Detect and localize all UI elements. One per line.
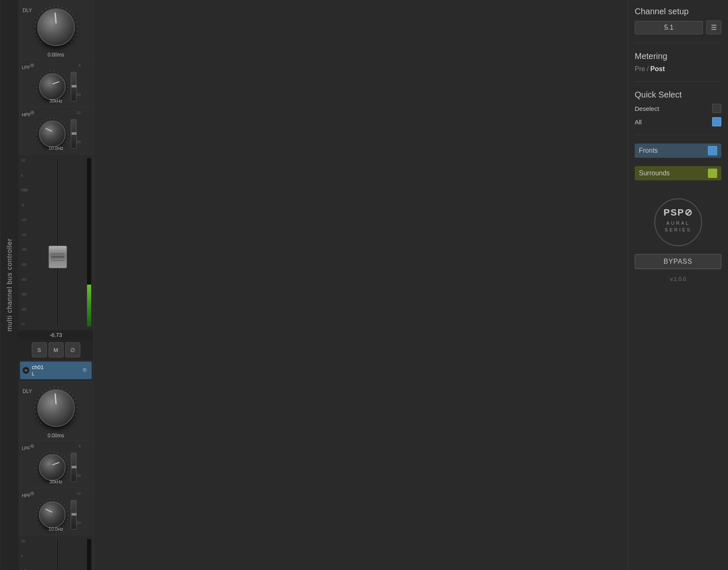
svg-line-57: [64, 123, 64, 124]
pre-post-row: Pre / Post: [635, 65, 721, 73]
svg-line-0: [41, 41, 42, 43]
mute-btn-ch01[interactable]: M: [49, 342, 64, 357]
svg-line-125: [67, 519, 68, 519]
pre-label[interactable]: Pre: [635, 65, 645, 73]
hpf-value-ch01: 10.0Hz: [18, 146, 93, 151]
fader-area-ch01: 1050dB-5-10-15-20-30-40-50-60-∞: [18, 154, 93, 330]
fader-scale-ch01: 1050dB-5-10-15-20-30-40-50-60-∞: [20, 158, 28, 327]
all-checkbox[interactable]: [712, 117, 721, 126]
lpf-slope-handle-ch02: [72, 466, 77, 468]
dly-label-ch01: DLY: [23, 8, 32, 13]
svg-line-89: [38, 475, 39, 476]
fader-area-ch02: 1050dB-5-10-15-20-30-40-50-60-∞: [18, 535, 93, 570]
svg-line-90: [36, 472, 38, 472]
link-icon-ch01: [24, 368, 28, 372]
hpf-slope-handle-ch02: [72, 513, 77, 516]
svg-line-6: [36, 18, 38, 19]
surrounds-checkbox[interactable]: [708, 169, 717, 178]
quick-select-section: Quick Select Deselect All: [635, 90, 721, 126]
svg-line-10: [49, 6, 50, 8]
fader-value-ch01: -6.73: [18, 330, 93, 340]
fader-line-3-ch01: [51, 259, 64, 259]
svg-line-67: [34, 411, 36, 412]
lpf-slope-slider-ch01[interactable]: [71, 72, 77, 101]
svg-line-80: [72, 395, 73, 396]
lpf-knob-ch01[interactable]: [39, 73, 66, 100]
channel-setup-value: 5.1: [635, 21, 703, 34]
hpf-db-label-ch01: 12: [77, 110, 81, 115]
deselect-row: Deselect: [635, 104, 721, 113]
lpf-slope-handle-ch01: [72, 85, 77, 87]
svg-line-109: [38, 522, 39, 523]
fader-rail-ch01[interactable]: [56, 158, 59, 327]
hpf-db-label2-ch01: 24: [77, 140, 81, 144]
lpf-label-ch02: LPF: [22, 446, 30, 451]
hpf-slope-slider-ch02[interactable]: [71, 500, 77, 529]
psp-logo: PSP⊘ AURAL SERIES BYPASS v.1.0.0: [635, 197, 721, 282]
app-subtitle: multi channel bus controller: [0, 0, 18, 570]
svg-line-51: [43, 121, 44, 121]
svg-line-22: [73, 38, 74, 39]
main-container: multi channel bus controller DLY 0.00ms …: [0, 0, 728, 570]
lpf-db-label2-ch01: 18: [77, 92, 81, 97]
svg-line-32: [46, 72, 46, 73]
dly-knob-ch01[interactable]: [37, 8, 75, 46]
lpf-knob-ch02[interactable]: [39, 454, 66, 481]
svg-line-114: [40, 504, 41, 505]
hpf-db-label2-ch02: 24: [77, 521, 81, 525]
channel-setup-menu-btn[interactable]: ☰: [706, 21, 721, 34]
lpf-db-label-ch02: 6: [79, 444, 81, 448]
svg-line-49: [37, 127, 38, 127]
svg-text:AURAL: AURAL: [666, 221, 690, 226]
svg-line-35: [58, 72, 58, 73]
post-label[interactable]: Post: [650, 65, 665, 73]
fronts-row[interactable]: Fronts: [635, 144, 721, 158]
hpf-knob-ch02[interactable]: [39, 501, 66, 528]
deselect-checkbox[interactable]: [712, 104, 721, 113]
svg-line-28: [36, 83, 37, 84]
svg-line-110: [36, 519, 38, 519]
hpf-label-ch02: HPF: [22, 493, 31, 498]
hpf-knob-ch01[interactable]: [39, 121, 66, 147]
phase-btn-ch01[interactable]: ∅: [65, 342, 80, 357]
svg-line-26: [36, 91, 38, 91]
channel-setup-title: Channel setup: [635, 7, 721, 16]
fader-col-ch02: [29, 539, 86, 570]
hpf-slope-slider-ch01[interactable]: [71, 119, 77, 149]
svg-line-69: [35, 403, 36, 403]
fronts-checkbox[interactable]: [708, 146, 717, 155]
divider-3: [635, 135, 721, 135]
fader-line-center-ch01: [51, 257, 64, 257]
svg-line-73: [45, 389, 46, 390]
dly-knob-ch02[interactable]: [37, 389, 75, 427]
all-label: All: [635, 118, 642, 126]
fader-thumb-ch01[interactable]: [49, 246, 67, 268]
dly-label-ch02: DLY: [23, 388, 32, 394]
svg-line-82: [75, 403, 77, 403]
fader-rail-ch02[interactable]: [56, 539, 59, 570]
svg-line-15: [69, 11, 70, 12]
lpf-power-led-ch01: [30, 63, 34, 67]
lpf-section-ch01: LPF 6 18: [18, 60, 93, 107]
svg-line-123: [67, 511, 68, 512]
bypass-button[interactable]: BYPASS: [635, 254, 721, 269]
dly-knob-container-ch02: [33, 385, 79, 431]
svg-line-50: [40, 123, 41, 124]
meter-fill-ch01: [87, 285, 91, 327]
surrounds-row[interactable]: Surrounds: [635, 166, 721, 180]
svg-line-25: [38, 94, 39, 95]
svg-line-52: [46, 119, 46, 120]
lpf-slope-slider-ch02[interactable]: [71, 453, 77, 482]
svg-line-71: [38, 395, 40, 396]
channel-name-label-ch01: ch01L: [32, 364, 80, 377]
svg-line-17: [74, 18, 76, 19]
svg-line-77: [62, 387, 62, 389]
svg-line-13: [62, 6, 62, 8]
svg-line-37: [64, 76, 64, 77]
channel-name-bar-ch01: ch01L ⚙: [20, 362, 92, 379]
svg-line-39: [67, 83, 68, 84]
svg-line-119: [58, 500, 58, 501]
solo-btn-ch01[interactable]: S: [32, 342, 47, 357]
hpf-power-led-ch01: [30, 110, 34, 115]
gear-icon-ch01[interactable]: ⚙: [82, 367, 89, 374]
